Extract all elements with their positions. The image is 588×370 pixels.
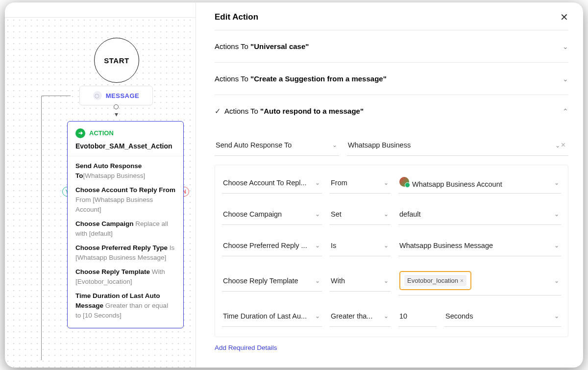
check-icon: ✓ <box>215 107 221 116</box>
config-row-campaign: Choose Campaign⌄ Set⌄ default⌄ <box>222 198 561 230</box>
chevron-down-icon: ⌄ <box>554 313 559 320</box>
action-prop: Choose Preferred Reply Type Is [Whatsapp… <box>75 243 175 262</box>
chevron-down-icon: ⌄ <box>555 142 560 149</box>
template-chip[interactable]: Evotobor_location × <box>404 275 466 286</box>
chevron-down-icon: ⌄ <box>315 179 320 186</box>
operator-select[interactable]: Greater tha...⌄ <box>330 305 391 327</box>
section-auto-respond[interactable]: ✓Actions To "Auto respond to a message" … <box>215 95 568 127</box>
start-node[interactable]: START <box>94 38 139 83</box>
chevron-down-icon: ⌄ <box>554 211 559 218</box>
edit-action-panel: Edit Action ✕ Actions To "Universal case… <box>196 2 583 368</box>
chevron-down-icon: ⌄ <box>563 43 568 50</box>
action-type-label: ACTION <box>89 129 114 138</box>
message-label: MESSAGE <box>106 92 140 99</box>
chevron-down-icon: ⌄ <box>315 313 320 320</box>
chevron-down-icon: ⌄ <box>384 179 389 186</box>
value-select[interactable]: Whatsapp Business Message⌄ <box>398 235 561 256</box>
chevron-down-icon: ⌄ <box>384 242 389 249</box>
chevron-down-icon: ⌄ <box>554 242 559 249</box>
arrow-down-icon: ▾ <box>115 110 118 118</box>
chevron-down-icon: ⌄ <box>315 277 320 284</box>
config-row-duration: Time Duration of Last Au...⌄ Greater tha… <box>222 300 561 332</box>
value-number-input[interactable]: 10 <box>398 305 437 327</box>
action-target-select[interactable]: Whatsapp Business ⌄× <box>347 134 568 156</box>
action-title: Evotobor_SAM_Asset_Action <box>75 141 175 151</box>
message-node[interactable]: ◌ MESSAGE <box>79 86 153 105</box>
chevron-down-icon: ⌄ <box>563 75 568 83</box>
chevron-down-icon: ⌄ <box>332 142 337 148</box>
action-header: ➜ ACTION <box>75 128 175 138</box>
operator-select[interactable]: Is⌄ <box>330 235 391 256</box>
chevron-down-icon: ⌄ <box>384 211 389 218</box>
close-button[interactable]: ✕ <box>560 11 568 23</box>
chip-remove-icon[interactable]: × <box>460 277 464 284</box>
remove-icon[interactable]: × <box>561 141 565 149</box>
section-universal-case[interactable]: Actions To "Universal case" ⌄ <box>215 30 568 62</box>
value-chip-input[interactable]: Evotobor_location × ⌄ <box>398 266 561 296</box>
account-avatar-icon <box>399 177 409 187</box>
chip-highlight: Evotobor_location × <box>399 271 471 290</box>
field-select[interactable]: Choose Reply Template⌄ <box>222 270 322 292</box>
flow-canvas[interactable]: START ◌ MESSAGE ▾ Y N ➜ ACTION Evotobor_… <box>5 2 196 368</box>
node-port[interactable] <box>114 104 119 109</box>
start-label: START <box>104 56 129 65</box>
config-row-account: Choose Account To Repl...⌄ From⌄ Whatsap… <box>222 167 561 198</box>
action-type-select[interactable]: Send Auto Response To ⌄ <box>215 134 339 156</box>
close-icon: ✕ <box>560 12 568 23</box>
value-select[interactable]: Whatsapp Business Account ⌄ <box>398 172 561 194</box>
chevron-down-icon: ⌄ <box>384 277 389 284</box>
field-select[interactable]: Choose Preferred Reply ...⌄ <box>222 235 322 256</box>
connector-line <box>41 96 71 360</box>
add-required-details-link[interactable]: Add Required Details <box>215 344 277 351</box>
chevron-down-icon: ⌄ <box>554 179 559 186</box>
message-icon: ◌ <box>93 91 102 100</box>
panel-title: Edit Action <box>215 12 258 22</box>
field-select[interactable]: Choose Account To Repl...⌄ <box>222 172 322 194</box>
panel-header: Edit Action ✕ <box>215 11 568 23</box>
section-create-suggestion[interactable]: Actions To "Create a Suggestion from a m… <box>215 62 568 95</box>
app-window: START ◌ MESSAGE ▾ Y N ➜ ACTION Evotobor_… <box>5 2 583 368</box>
action-type-row: Send Auto Response To ⌄ Whatsapp Busines… <box>215 129 568 161</box>
operator-select[interactable]: Set⌄ <box>330 203 391 225</box>
value-select[interactable]: default⌄ <box>398 203 561 225</box>
config-block: Choose Account To Repl...⌄ From⌄ Whatsap… <box>215 165 568 337</box>
field-select[interactable]: Time Duration of Last Au...⌄ <box>222 305 322 327</box>
action-prop: Time Duration of Last Auto Message Great… <box>75 291 175 320</box>
operator-select[interactable]: From⌄ <box>330 172 391 194</box>
action-prop: Choose Reply Template With [Evotobor_loc… <box>75 267 175 286</box>
chevron-up-icon: ⌃ <box>563 107 568 115</box>
config-row-template: Choose Reply Template⌄ With⌄ Evotobor_lo… <box>222 261 561 300</box>
operator-select[interactable]: With⌄ <box>330 270 391 292</box>
value-unit-select[interactable]: Seconds⌄ <box>444 305 561 327</box>
action-node[interactable]: ➜ ACTION Evotobor_SAM_Asset_Action Send … <box>67 121 184 328</box>
action-prop: Send Auto Response To[Whatsapp Business] <box>75 161 175 180</box>
chevron-down-icon: ⌄ <box>315 211 320 218</box>
chevron-down-icon: ⌄ <box>315 242 320 249</box>
action-prop: Choose Account To Reply From From [Whats… <box>75 185 175 214</box>
field-select[interactable]: Choose Campaign⌄ <box>222 203 322 225</box>
action-arrow-icon: ➜ <box>75 128 85 138</box>
chevron-down-icon: ⌄ <box>554 277 559 284</box>
chevron-down-icon: ⌄ <box>384 313 389 320</box>
action-prop: Choose Campaign Replace all with [defaul… <box>75 219 175 238</box>
config-row-reply-type: Choose Preferred Reply ...⌄ Is⌄ Whatsapp… <box>222 230 561 261</box>
